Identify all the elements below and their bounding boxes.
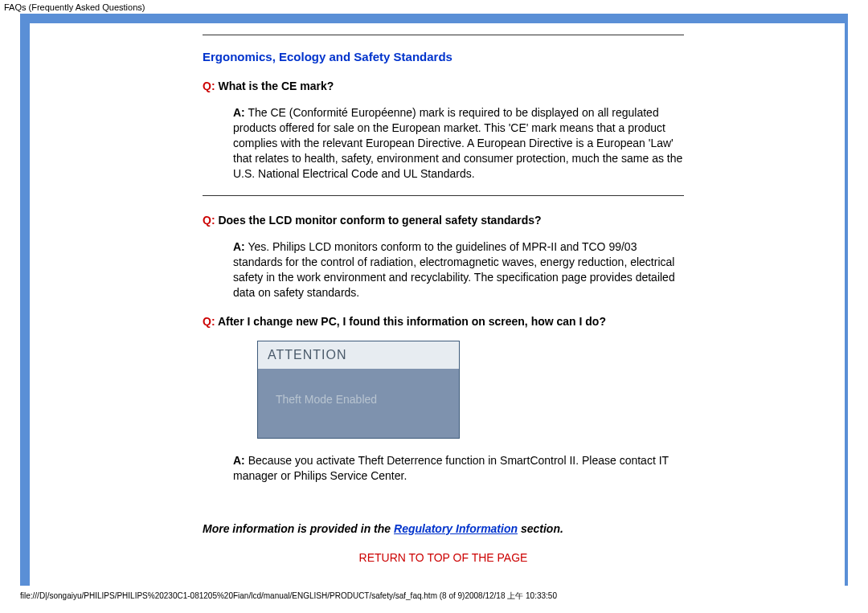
a-prefix: A: xyxy=(233,240,245,253)
page-header-title: FAQs (Frequently Asked Questions) xyxy=(0,0,868,14)
faq1-answer: A: The CE (Conformité Européenne) mark i… xyxy=(233,105,684,181)
faq2-answer: A: Yes. Philips LCD monitors conform to … xyxy=(233,239,684,300)
faq1-question: Q: What is the CE mark? xyxy=(203,80,684,92)
faq1-answer-text: The CE (Conformité Européenne) mark is r… xyxy=(233,106,682,180)
a-prefix: A: xyxy=(233,106,245,119)
more-info-after: section. xyxy=(518,522,563,535)
faq2-answer-text: Yes. Philips LCD monitors conform to the… xyxy=(233,240,675,299)
faq2-question: Q: Does the LCD monitor conform to gener… xyxy=(203,214,684,227)
faq2-question-text: Does the LCD monitor conform to general … xyxy=(215,214,542,227)
document-frame: Ergonomics, Ecology and Safety Standards… xyxy=(20,14,848,586)
attention-body: Theft Mode Enabled xyxy=(258,369,459,438)
faq3-question-text: After I change new PC, I found this info… xyxy=(215,315,606,328)
more-info-line: More information is provided in the Regu… xyxy=(203,522,684,535)
content-area: Ergonomics, Ecology and Safety Standards… xyxy=(203,23,684,580)
more-info-before: More information is provided in the xyxy=(203,522,394,535)
regulatory-info-link[interactable]: Regulatory Information xyxy=(394,522,518,535)
attention-title: ATTENTION xyxy=(258,341,459,369)
return-to-top-link[interactable]: RETURN TO TOP OF THE PAGE xyxy=(359,551,528,564)
top-divider xyxy=(203,35,684,35)
attention-dialog: ATTENTION Theft Mode Enabled xyxy=(257,341,460,439)
attention-box-wrap: ATTENTION Theft Mode Enabled xyxy=(257,341,684,439)
faq1-question-text: What is the CE mark? xyxy=(215,80,334,92)
faq3-answer-text: Because you activate Theft Deterrence fu… xyxy=(233,454,669,482)
q-prefix: Q: xyxy=(203,315,215,328)
footer-file-path: file:///D|/songaiyu/PHILIPS/PHILIPS%2023… xyxy=(0,586,868,611)
faq3-answer: A: Because you activate Theft Deterrence… xyxy=(233,453,684,484)
a-prefix: A: xyxy=(233,454,245,467)
q-prefix: Q: xyxy=(203,80,215,92)
mid-divider xyxy=(203,195,684,196)
return-to-top-wrap: RETURN TO TOP OF THE PAGE xyxy=(203,551,684,564)
faq3-question: Q: After I change new PC, I found this i… xyxy=(203,315,684,328)
section-heading: Ergonomics, Ecology and Safety Standards xyxy=(203,50,684,63)
q-prefix: Q: xyxy=(203,214,215,227)
